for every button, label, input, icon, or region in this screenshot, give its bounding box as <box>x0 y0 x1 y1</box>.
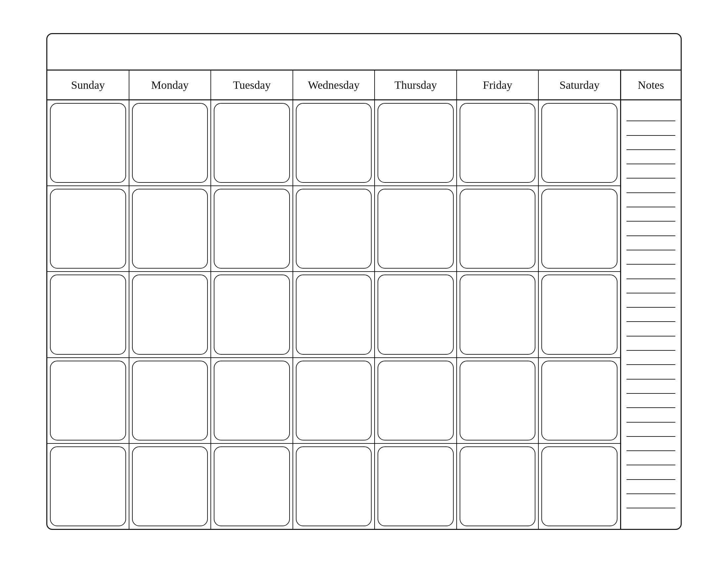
note-line[interactable] <box>626 393 675 394</box>
notes-column: Notes <box>621 70 681 529</box>
header-wednesday: Wednesday <box>293 70 375 99</box>
grid-row-4 <box>47 358 620 444</box>
header-thursday: Thursday <box>375 70 457 99</box>
cell-1-4[interactable] <box>293 100 375 185</box>
note-line[interactable] <box>626 336 675 337</box>
cell-3-3[interactable] <box>211 272 293 357</box>
note-line[interactable] <box>626 250 675 250</box>
note-line[interactable] <box>626 178 675 178</box>
cell-2-2[interactable] <box>129 186 211 271</box>
note-line[interactable] <box>626 164 675 164</box>
note-line[interactable] <box>626 479 675 480</box>
grid-row-5 <box>47 444 620 529</box>
cell-2-6[interactable] <box>457 186 539 271</box>
note-line[interactable] <box>626 278 675 279</box>
note-line[interactable] <box>626 293 675 294</box>
cell-3-1[interactable] <box>47 272 129 357</box>
note-line[interactable] <box>626 149 675 150</box>
note-line[interactable] <box>626 422 675 423</box>
cell-1-7[interactable] <box>539 100 620 185</box>
header-saturday: Saturday <box>539 70 620 99</box>
cell-5-7[interactable] <box>539 444 620 529</box>
note-line[interactable] <box>626 264 675 264</box>
note-line[interactable] <box>626 235 675 236</box>
cell-2-7[interactable] <box>539 186 620 271</box>
cell-3-5[interactable] <box>375 272 457 357</box>
note-line[interactable] <box>626 493 675 494</box>
notes-lines-area[interactable] <box>621 100 681 529</box>
calendar-body: Sunday Monday Tuesday Wednesday Thursday <box>47 70 681 529</box>
note-line[interactable] <box>626 450 675 451</box>
cell-5-3[interactable] <box>211 444 293 529</box>
header-sunday: Sunday <box>47 70 129 99</box>
title-bar[interactable] <box>47 34 681 70</box>
calendar-wrapper: Sunday Monday Tuesday Wednesday Thursday <box>33 20 695 543</box>
cell-1-6[interactable] <box>457 100 539 185</box>
note-line[interactable] <box>626 364 675 365</box>
cell-4-5[interactable] <box>375 358 457 443</box>
note-line[interactable] <box>626 192 675 193</box>
cell-4-1[interactable] <box>47 358 129 443</box>
grid-rows <box>47 100 620 529</box>
grid-row-2 <box>47 186 620 272</box>
note-line[interactable] <box>626 207 675 207</box>
header-row: Sunday Monday Tuesday Wednesday Thursday <box>47 70 620 100</box>
cell-1-3[interactable] <box>211 100 293 185</box>
cell-1-1[interactable] <box>47 100 129 185</box>
note-line[interactable] <box>626 465 675 465</box>
cell-2-5[interactable] <box>375 186 457 271</box>
cell-3-7[interactable] <box>539 272 620 357</box>
note-line[interactable] <box>626 350 675 351</box>
cell-4-3[interactable] <box>211 358 293 443</box>
cell-4-7[interactable] <box>539 358 620 443</box>
cell-2-1[interactable] <box>47 186 129 271</box>
cell-5-5[interactable] <box>375 444 457 529</box>
grid-row-3 <box>47 272 620 358</box>
note-line[interactable] <box>626 508 675 508</box>
calendar-container: Sunday Monday Tuesday Wednesday Thursday <box>46 33 682 530</box>
note-line[interactable] <box>626 120 675 121</box>
cell-4-2[interactable] <box>129 358 211 443</box>
cell-2-3[interactable] <box>211 186 293 271</box>
grid-row-1 <box>47 100 620 186</box>
note-line[interactable] <box>626 221 675 221</box>
header-friday: Friday <box>457 70 539 99</box>
cell-4-6[interactable] <box>457 358 539 443</box>
cell-1-5[interactable] <box>375 100 457 185</box>
cell-1-2[interactable] <box>129 100 211 185</box>
cell-5-1[interactable] <box>47 444 129 529</box>
note-line[interactable] <box>626 407 675 408</box>
header-tuesday: Tuesday <box>211 70 293 99</box>
cell-3-4[interactable] <box>293 272 375 357</box>
cell-2-4[interactable] <box>293 186 375 271</box>
note-line[interactable] <box>626 307 675 308</box>
cell-5-4[interactable] <box>293 444 375 529</box>
main-grid: Sunday Monday Tuesday Wednesday Thursday <box>47 70 621 529</box>
cell-5-6[interactable] <box>457 444 539 529</box>
cell-3-6[interactable] <box>457 272 539 357</box>
note-line[interactable] <box>626 135 675 136</box>
note-line[interactable] <box>626 379 675 380</box>
header-monday: Monday <box>129 70 211 99</box>
cell-3-2[interactable] <box>129 272 211 357</box>
note-line[interactable] <box>626 321 675 322</box>
notes-header: Notes <box>621 70 681 100</box>
note-line[interactable] <box>626 436 675 437</box>
cell-5-2[interactable] <box>129 444 211 529</box>
cell-4-4[interactable] <box>293 358 375 443</box>
